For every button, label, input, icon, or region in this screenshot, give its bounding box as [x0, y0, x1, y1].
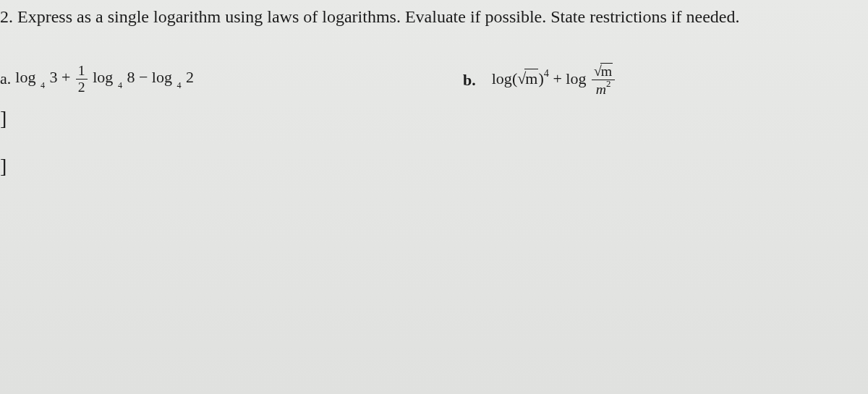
worksheet-container: 2. Express as a single logarithm using l…: [0, 0, 868, 176]
log-base: 4: [41, 80, 45, 90]
part-a-label: a.: [0, 69, 11, 88]
m-base: m: [596, 80, 606, 96]
log-text: log: [93, 68, 113, 86]
bracket-mark-1: ]: [0, 108, 463, 129]
operand-2: 2: [186, 68, 194, 86]
frac-num: 1: [76, 63, 88, 80]
log-text: log: [152, 68, 172, 86]
frac-num: √m: [592, 63, 615, 80]
fraction-half: 1 2: [76, 63, 88, 95]
log-text: log: [566, 69, 586, 87]
sqrt-arg: m: [600, 63, 613, 80]
part-b: b. log(√m)4 + log √m m2: [463, 63, 868, 97]
sqrt-arg: m: [524, 69, 538, 88]
plus-sign: +: [553, 69, 561, 87]
question-prompt: 2. Express as a single logarithm using l…: [0, 7, 868, 27]
frac-den: 2: [76, 80, 88, 95]
part-b-expression: log(√m)4 + log √m m2: [492, 63, 616, 97]
part-a: a. log 4 3 + 1 2 log 4 8 − log 4: [0, 63, 463, 176]
part-b-label: b.: [463, 71, 476, 90]
minus-sign: −: [139, 68, 148, 86]
log-base: 4: [176, 80, 181, 90]
operand-8: 8: [127, 68, 135, 86]
operand-3: 3: [49, 68, 57, 86]
part-a-expression: log 4 3 + 1 2 log 4 8 − log 4 2: [15, 63, 194, 95]
m-exp: 2: [606, 79, 610, 89]
exponent-4: 4: [544, 67, 549, 79]
bracket-mark-2: ]: [0, 156, 463, 176]
rparen: ): [538, 69, 543, 87]
log-base: 4: [118, 80, 122, 90]
question-text: Express as a single logarithm using laws…: [17, 7, 739, 26]
log-text: log: [492, 69, 512, 87]
sqrt-m-num: √m: [594, 63, 613, 80]
lparen: (: [512, 69, 517, 87]
frac-den: m2: [592, 80, 615, 97]
sqrt-m: √m: [517, 69, 538, 88]
log-text: log: [15, 68, 35, 86]
question-number: 2.: [0, 7, 13, 26]
plus-sign: +: [61, 68, 70, 86]
fraction-sqrtm-over-m2: √m m2: [592, 63, 615, 97]
parts-row: a. log 4 3 + 1 2 log 4 8 − log 4: [0, 63, 868, 176]
